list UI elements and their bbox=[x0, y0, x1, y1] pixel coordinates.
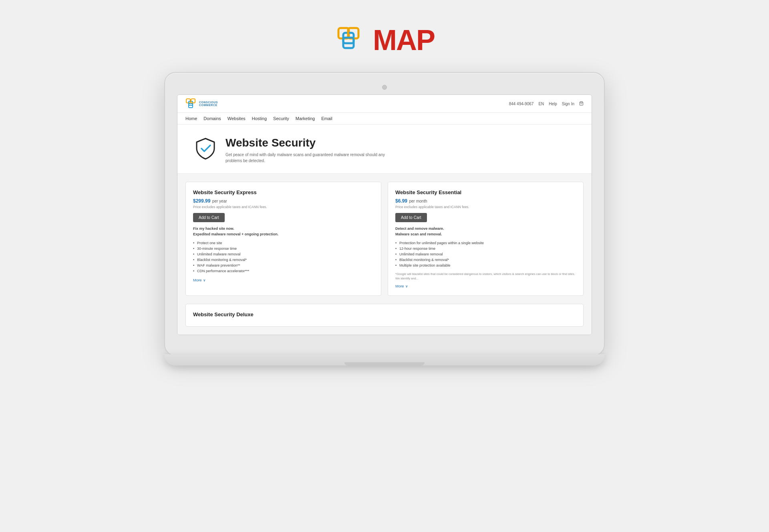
products-bottom: Website Security Deluxe bbox=[177, 304, 592, 335]
express-feature-2: 30-minute response time bbox=[193, 246, 374, 251]
nav-email[interactable]: Email bbox=[321, 115, 332, 122]
product-card-essential: Website Security Essential $6.99 per mon… bbox=[388, 182, 584, 296]
essential-title: Website Security Essential bbox=[395, 189, 576, 195]
nav-home[interactable]: Home bbox=[185, 115, 197, 122]
nav-security[interactable]: Security bbox=[273, 115, 289, 122]
site-logo-small-icon bbox=[185, 98, 197, 109]
site-nav: Home Domains Websites Hosting Security M… bbox=[177, 113, 592, 124]
laptop-body: CONSCIOUS COMMERCE 844 494-9067 EN Help … bbox=[164, 72, 605, 356]
express-add-to-cart-button[interactable]: Add to Cart bbox=[193, 213, 225, 222]
essential-tagline: Detect and remove malware.Malware scan a… bbox=[395, 226, 576, 237]
express-period: per year bbox=[212, 199, 227, 203]
site-header-top: CONSCIOUS COMMERCE 844 494-9067 EN Help … bbox=[177, 95, 592, 113]
essential-feature-list: Protection for unlimited pages within a … bbox=[395, 240, 576, 268]
site-logo: CONSCIOUS COMMERCE bbox=[185, 98, 218, 109]
express-more-link[interactable]: More bbox=[193, 278, 374, 282]
laptop-camera bbox=[382, 85, 387, 90]
map-logo-area: MAP bbox=[334, 24, 435, 56]
hero-subtitle: Get peace of mind with daily malware sca… bbox=[225, 152, 386, 164]
products-section: Website Security Express $299.99 per yea… bbox=[177, 174, 592, 304]
express-price-note: Price excludes applicable taxes and ICAN… bbox=[193, 205, 374, 209]
language-selector[interactable]: EN bbox=[538, 102, 544, 106]
hero-shield-icon bbox=[193, 137, 217, 161]
essential-add-to-cart-button[interactable]: Add to Cart bbox=[395, 213, 427, 222]
essential-feature-4: Blacklist monitoring & removal* bbox=[395, 257, 576, 263]
help-link[interactable]: Help bbox=[549, 102, 557, 106]
laptop-screen: CONSCIOUS COMMERCE 844 494-9067 EN Help … bbox=[177, 94, 592, 335]
hero-section: Website Security Get peace of mind with … bbox=[177, 124, 592, 174]
express-feature-6: CDN performance accelerator*** bbox=[193, 268, 374, 274]
express-feature-4: Blacklist monitoring & removal* bbox=[193, 257, 374, 263]
sign-in-button[interactable]: Sign In bbox=[562, 102, 574, 106]
express-tagline: Fix my hacked site now.Expedited malware… bbox=[193, 226, 374, 237]
laptop-wrapper: CONSCIOUS COMMERCE 844 494-9067 EN Help … bbox=[164, 72, 605, 365]
cart-icon[interactable] bbox=[579, 101, 584, 106]
phone-number[interactable]: 844 494-9067 bbox=[509, 102, 534, 106]
essential-period: per month bbox=[409, 199, 427, 203]
nav-websites[interactable]: Websites bbox=[227, 115, 246, 122]
hero-title: Website Security bbox=[225, 137, 386, 149]
hero-text-block: Website Security Get peace of mind with … bbox=[225, 137, 386, 164]
product-card-deluxe: Website Security Deluxe bbox=[185, 304, 584, 327]
deluxe-title: Website Security Deluxe bbox=[193, 311, 576, 317]
essential-feature-3: Unlimited malware removal bbox=[395, 251, 576, 257]
essential-feature-5: Multiple site protection available bbox=[395, 263, 576, 268]
express-feature-list: Protect one site 30-minute response time… bbox=[193, 240, 374, 274]
express-title: Website Security Express bbox=[193, 189, 374, 195]
express-feature-3: Unlimited malware removal bbox=[193, 251, 374, 257]
map-logo-icon bbox=[334, 24, 366, 56]
essential-more-link[interactable]: More bbox=[395, 284, 576, 288]
express-price: $299.99 bbox=[193, 198, 210, 204]
essential-disclaimer: *Google will blacklist sites that could … bbox=[395, 272, 576, 281]
product-card-express: Website Security Express $299.99 per yea… bbox=[185, 182, 381, 296]
essential-feature-2: 12-hour response time bbox=[395, 246, 576, 251]
essential-feature-1: Protection for unlimited pages within a … bbox=[395, 240, 576, 246]
essential-price: $6.99 bbox=[395, 198, 407, 204]
map-logo-text: MAP bbox=[373, 26, 435, 54]
nav-marketing[interactable]: Marketing bbox=[296, 115, 315, 122]
nav-domains[interactable]: Domains bbox=[203, 115, 221, 122]
laptop-base bbox=[164, 354, 605, 365]
express-feature-5: WAF malware prevention** bbox=[193, 263, 374, 268]
essential-price-note: Price excludes applicable taxes and ICAN… bbox=[395, 205, 576, 209]
site-header-right: 844 494-9067 EN Help Sign In bbox=[509, 101, 584, 106]
nav-hosting[interactable]: Hosting bbox=[252, 115, 267, 122]
site-logo-text: CONSCIOUS COMMERCE bbox=[199, 101, 218, 106]
express-feature-1: Protect one site bbox=[193, 240, 374, 246]
